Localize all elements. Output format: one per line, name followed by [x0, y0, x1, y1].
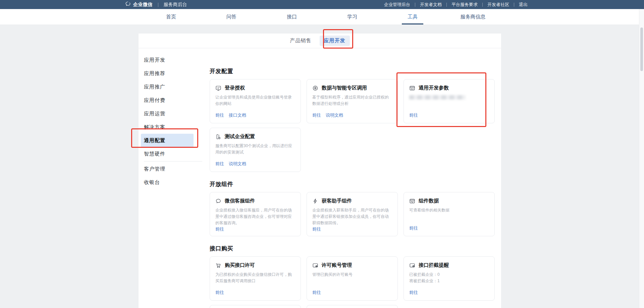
card-grid-api-purchase: 购买接口许可为已授权的企业购买企业微信接口许可，购买后服务商可调用接口前往许可账…: [210, 256, 496, 308]
card-wechat-kf: 微信客服组件企业授权接入微信客服后，用户可在你的场景中通过微信客服咨询企业，你可…: [210, 192, 301, 236]
sidebar-item-cashier[interactable]: 收银台: [141, 176, 194, 189]
section-api-purchase: 接口购买购买接口许可为已授权的企业购买企业微信接口许可，购买后服务商可调用接口前…: [210, 245, 496, 308]
intercept-icon: [409, 262, 415, 268]
masked-corpid-value: [409, 95, 466, 100]
link-goto-test-corp[interactable]: 前往: [215, 161, 224, 167]
card-links-test-corp: 前往说明文档: [215, 161, 295, 167]
topbar-menu-separator: [482, 3, 483, 7]
logo-divider: ｜: [156, 2, 160, 8]
sidebar: 应用开发应用推荐应用推广应用付费应用运营解决方案通用配置智慧硬件客户管理收银台: [139, 48, 210, 189]
card-links-buy-license: 前往: [215, 290, 295, 296]
data-intelligence-icon: [312, 85, 318, 91]
card-buy-premium: 购买高级接口为已授权的企业购买企业微信高级接口，购买后服务商可调用接口前往: [210, 305, 301, 308]
card-desc-buy-license: 为已授权的企业购买企业微信接口许可，购买后服务商可调用接口: [215, 271, 295, 284]
card-dev-params: 通用开发参数前往: [404, 79, 495, 123]
link-goto-login-auth[interactable]: 前往: [215, 112, 224, 118]
card-desc-line: 已被拦截企业：0: [409, 271, 489, 278]
card-title-wechat-kf: 微信客服组件: [225, 198, 255, 204]
link-goto-data-intelligence[interactable]: 前往: [312, 112, 321, 118]
tab-product-sales[interactable]: 产品销售: [290, 38, 312, 44]
sidebar-item-app-promotion[interactable]: 应用推广: [141, 80, 194, 94]
nav-item-learn[interactable]: 学习: [322, 9, 382, 24]
nav-item-api[interactable]: 接口: [262, 9, 322, 24]
card-title-buy-license: 购买接口许可: [225, 262, 255, 268]
wechat-kf-icon: [215, 198, 221, 204]
topbar-inner: 企业微信 ｜ 服务商后台 企业管理后台开发者文档平台服务要求开发者社区退出: [110, 0, 534, 9]
link-doc-data-intelligence[interactable]: 说明文档: [326, 112, 343, 118]
link-goto-license-account[interactable]: 前往: [312, 290, 321, 296]
sidebar-item-solutions[interactable]: 解决方案: [141, 120, 194, 134]
section-open-components: 开放组件微信客服组件企业授权接入微信客服后，用户可在你的场景中通过微信客服咨询企…: [210, 181, 496, 236]
card-links-license-account: 前往: [312, 290, 392, 296]
topbar-menu-item-corp-admin[interactable]: 企业管理后台: [384, 2, 410, 8]
link-goto-buy-license[interactable]: 前往: [215, 290, 224, 296]
tab-wrap-app-development: 应用开发: [320, 36, 350, 46]
card-test-corp: 测试企业配置服务商可以配置30个测试企业，用以进行应用的的安装测试前往说明文档: [210, 128, 301, 172]
panel-body: 应用开发应用推荐应用推广应用付费应用运营解决方案通用配置智慧硬件客户管理收银台 …: [139, 48, 501, 308]
card-header-wechat-kf: 微信客服组件: [215, 198, 295, 204]
dev-params-icon: [409, 85, 415, 91]
topbar-menu-item-platform-requirements[interactable]: 平台服务要求: [451, 2, 478, 8]
topbar-menu-item-logout[interactable]: 退出: [519, 2, 528, 8]
topbar-menu-item-dev-docs[interactable]: 开发者文档: [420, 2, 442, 8]
nav-item-qa[interactable]: 问答: [201, 9, 262, 24]
sidebar-item-app-dev[interactable]: 应用开发: [141, 53, 194, 67]
page: { "topbar": { "logo_primary": "企业微信", "l…: [0, 0, 644, 308]
card-desc-wechat-kf: 企业授权接入微信客服后，用户可在你的场景中通过微信客服咨询企业，你可管理对应的客…: [215, 207, 295, 226]
card-desc-test-corp: 服务商可以配置30个测试企业，用以进行应用的的安装测试: [215, 143, 295, 156]
card-desc-component-data: 可查看组件的相关数据: [409, 207, 489, 213]
sidebar-item-customer-management[interactable]: 客户管理: [141, 162, 194, 176]
annotation-box-card: [396, 72, 486, 127]
link-goto-lead-assistant[interactable]: 前往: [312, 226, 321, 232]
content: 开发配置登录授权让企业管理员和成员使用企业微信账号登录你的网站前往接口文档数据与…: [210, 48, 496, 308]
card-links-component-data: 前往: [409, 225, 489, 231]
card-desc-intercept-reminder: 已被拦截企业：0将被拦截企业：1: [409, 271, 489, 284]
sidebar-item-app-recommend[interactable]: 应用推荐: [141, 67, 194, 80]
card-header-component-data: 组件数据: [409, 198, 489, 204]
card-desc-line: 将被拦截企业：1: [409, 278, 489, 284]
link-goto-wechat-kf[interactable]: 前往: [215, 226, 224, 232]
login-auth-icon: [215, 85, 221, 91]
card-title-intercept-reminder: 接口拦截提醒: [419, 262, 449, 268]
card-title-test-corp: 测试企业配置: [225, 133, 255, 140]
card-premium-manage: 高级接口管理管理已购买的高级接口资源前往: [307, 305, 398, 308]
card-title-dev-params: 通用开发参数: [419, 85, 449, 91]
card-buy-license: 购买接口许可为已授权的企业购买企业微信接口许可，购买后服务商可调用接口前往: [210, 256, 301, 301]
sidebar-item-general-config[interactable]: 通用配置: [141, 134, 194, 147]
link-goto-intercept-reminder[interactable]: 前往: [409, 290, 418, 296]
wechat-work-logo[interactable]: 企业微信 ｜ 服务商后台: [125, 1, 187, 8]
card-lead-assistant: 获客助手组件企业授权接入获客助手后，用户可在你的场景中通过获客链接添加企业成员，…: [307, 192, 398, 236]
sidebar-item-app-payment[interactable]: 应用付费: [141, 94, 194, 107]
link-goto-component-data[interactable]: 前往: [409, 225, 418, 231]
nav-item-tools[interactable]: 工具: [382, 9, 443, 24]
card-desc-data-intelligence: 基于模型和程序，通过应用对企业已授权的数据进行处理或分析: [312, 94, 392, 107]
card-header-test-corp: 测试企业配置: [215, 133, 295, 140]
section-dev-config: 开发配置登录授权让企业管理员和成员使用企业微信账号登录你的网站前往接口文档数据与…: [210, 68, 496, 172]
topbar-menu-separator: [514, 3, 514, 7]
card-links-dev-params: 前往: [409, 112, 489, 118]
card-header-buy-license: 购买接口许可: [215, 262, 295, 268]
section-title-open-components: 开放组件: [210, 181, 496, 188]
card-grid-open-components: 微信客服组件企业授权接入微信客服后，用户可在你的场景中通过微信客服咨询企业，你可…: [210, 192, 496, 236]
nav-item-provider-info[interactable]: 服务商信息: [443, 9, 503, 24]
card-desc-license-account: 管理已购买的许可账号: [312, 271, 392, 278]
nav-item-home[interactable]: 首页: [141, 9, 201, 24]
scrollbar-thumb[interactable]: [640, 27, 643, 71]
link-api-doc-login-auth[interactable]: 接口文档: [229, 112, 246, 118]
card-header-license-account: 许可账号管理: [312, 262, 392, 268]
card-title-login-auth: 登录授权: [225, 85, 245, 91]
card-title-component-data: 组件数据: [419, 198, 439, 204]
sidebar-item-smart-hardware[interactable]: 智慧硬件: [141, 147, 194, 161]
card-title-license-account: 许可账号管理: [322, 262, 352, 268]
tab-app-development[interactable]: 应用开发: [320, 36, 350, 46]
card-desc-login-auth: 让企业管理员和成员使用企业微信账号登录你的网站: [215, 94, 295, 107]
card-links-login-auth: 前往接口文档: [215, 112, 295, 118]
link-goto-dev-params[interactable]: 前往: [409, 112, 418, 118]
sidebar-item-app-operation[interactable]: 应用运营: [141, 107, 194, 120]
link-doc-test-corp[interactable]: 说明文档: [229, 161, 246, 167]
logo-secondary: 服务商后台: [164, 2, 187, 8]
tabs-row: 产品销售应用开发: [139, 34, 501, 48]
section-title-api-purchase: 接口购买: [210, 245, 496, 252]
topbar-menu-item-dev-community[interactable]: 开发者社区: [487, 2, 509, 8]
active-nav-underline: [402, 23, 423, 24]
